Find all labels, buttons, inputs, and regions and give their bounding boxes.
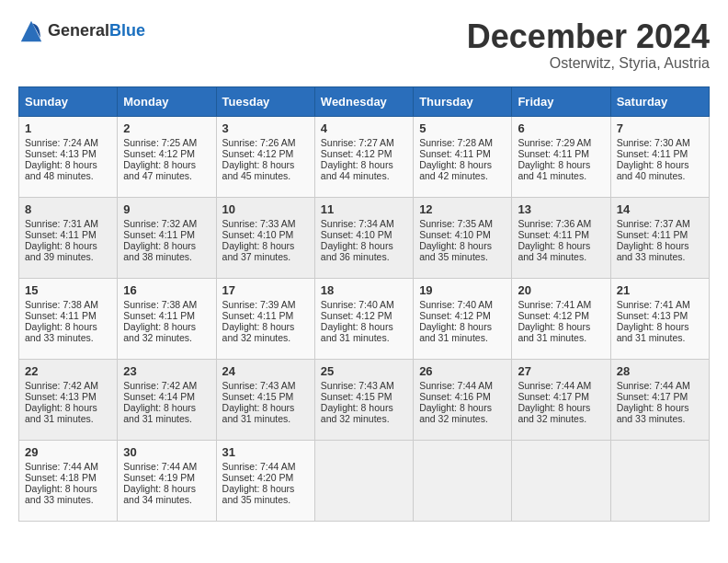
- table-cell: 12Sunrise: 7:35 AMSunset: 4:10 PMDayligh…: [414, 197, 512, 278]
- day-number: 21: [617, 283, 703, 297]
- sunset-text: Sunset: 4:12 PM: [222, 148, 294, 159]
- sunrise-text: Sunrise: 7:31 AM: [25, 218, 98, 229]
- sunrise-text: Sunrise: 7:36 AM: [518, 218, 591, 229]
- sunset-text: Sunset: 4:13 PM: [25, 148, 97, 159]
- sunrise-text: Sunrise: 7:27 AM: [321, 137, 394, 148]
- day-number: 31: [222, 445, 309, 459]
- sunset-text: Sunset: 4:12 PM: [518, 310, 589, 321]
- logo-icon: [18, 18, 44, 44]
- daylight-text: Daylight: 8 hours and 37 minutes.: [222, 240, 295, 262]
- table-cell: 11Sunrise: 7:34 AMSunset: 4:10 PMDayligh…: [314, 197, 413, 278]
- daylight-text: Daylight: 8 hours and 32 minutes.: [419, 402, 492, 424]
- day-number: 14: [617, 202, 703, 216]
- sunset-text: Sunset: 4:11 PM: [25, 229, 97, 240]
- table-cell: 25Sunrise: 7:43 AMSunset: 4:15 PMDayligh…: [314, 359, 413, 440]
- daylight-text: Daylight: 8 hours and 32 minutes.: [321, 402, 393, 424]
- daylight-text: Daylight: 8 hours and 31 minutes.: [222, 402, 295, 424]
- daylight-text: Daylight: 8 hours and 31 minutes.: [25, 402, 97, 424]
- daylight-text: Daylight: 8 hours and 34 minutes.: [123, 483, 196, 505]
- table-cell: 10Sunrise: 7:33 AMSunset: 4:10 PMDayligh…: [216, 197, 314, 278]
- sunrise-text: Sunrise: 7:40 AM: [419, 299, 493, 310]
- sunset-text: Sunset: 4:11 PM: [617, 148, 688, 159]
- table-cell: 6Sunrise: 7:29 AMSunset: 4:11 PMDaylight…: [512, 116, 610, 197]
- table-cell: 3Sunrise: 7:26 AMSunset: 4:12 PMDaylight…: [216, 116, 314, 197]
- daylight-text: Daylight: 8 hours and 33 minutes.: [25, 321, 97, 343]
- day-number: 25: [321, 364, 407, 378]
- daylight-text: Daylight: 8 hours and 47 minutes.: [123, 159, 196, 181]
- table-cell: 2Sunrise: 7:25 AMSunset: 4:12 PMDaylight…: [118, 116, 216, 197]
- sunset-text: Sunset: 4:11 PM: [25, 310, 97, 321]
- table-cell: 8Sunrise: 7:31 AMSunset: 4:11 PMDaylight…: [19, 197, 118, 278]
- calendar-row: 29Sunrise: 7:44 AMSunset: 4:18 PMDayligh…: [19, 440, 710, 521]
- sunrise-text: Sunrise: 7:37 AM: [617, 218, 690, 229]
- sunset-text: Sunset: 4:12 PM: [123, 148, 195, 159]
- calendar-row: 8Sunrise: 7:31 AMSunset: 4:11 PMDaylight…: [19, 197, 710, 278]
- title-block: December 2024 Osterwitz, Styria, Austria: [467, 18, 710, 72]
- sunrise-text: Sunrise: 7:44 AM: [518, 380, 591, 391]
- table-cell: [512, 440, 610, 521]
- header-friday: Friday: [512, 86, 610, 116]
- day-number: 2: [123, 121, 210, 135]
- day-number: 1: [25, 121, 111, 135]
- table-cell: 14Sunrise: 7:37 AMSunset: 4:11 PMDayligh…: [610, 197, 709, 278]
- daylight-text: Daylight: 8 hours and 45 minutes.: [222, 159, 295, 181]
- sunset-text: Sunset: 4:19 PM: [123, 472, 195, 483]
- sunrise-text: Sunrise: 7:33 AM: [222, 218, 296, 229]
- day-number: 11: [321, 202, 407, 216]
- sunset-text: Sunset: 4:10 PM: [321, 229, 392, 240]
- day-number: 3: [222, 121, 309, 135]
- daylight-text: Daylight: 8 hours and 31 minutes.: [617, 321, 689, 343]
- day-number: 16: [123, 283, 210, 297]
- table-cell: 4Sunrise: 7:27 AMSunset: 4:12 PMDaylight…: [314, 116, 413, 197]
- sunset-text: Sunset: 4:13 PM: [25, 391, 97, 402]
- sunset-text: Sunset: 4:18 PM: [25, 472, 97, 483]
- day-number: 4: [321, 121, 407, 135]
- header-saturday: Saturday: [610, 86, 709, 116]
- daylight-text: Daylight: 8 hours and 35 minutes.: [419, 240, 492, 262]
- header-row: Sunday Monday Tuesday Wednesday Thursday…: [19, 86, 710, 116]
- sunrise-text: Sunrise: 7:39 AM: [222, 299, 296, 310]
- daylight-text: Daylight: 8 hours and 48 minutes.: [25, 159, 97, 181]
- daylight-text: Daylight: 8 hours and 33 minutes.: [25, 483, 97, 505]
- header-monday: Monday: [118, 86, 216, 116]
- calendar-row: 15Sunrise: 7:38 AMSunset: 4:11 PMDayligh…: [19, 278, 710, 359]
- sunrise-text: Sunrise: 7:44 AM: [617, 380, 690, 391]
- table-cell: 16Sunrise: 7:38 AMSunset: 4:11 PMDayligh…: [118, 278, 216, 359]
- sunrise-text: Sunrise: 7:43 AM: [222, 380, 296, 391]
- calendar-header: Sunday Monday Tuesday Wednesday Thursday…: [19, 86, 710, 116]
- header-wednesday: Wednesday: [314, 86, 413, 116]
- sunrise-text: Sunrise: 7:24 AM: [25, 137, 98, 148]
- calendar-table: Sunday Monday Tuesday Wednesday Thursday…: [18, 86, 710, 522]
- table-cell: 18Sunrise: 7:40 AMSunset: 4:12 PMDayligh…: [314, 278, 413, 359]
- daylight-text: Daylight: 8 hours and 40 minutes.: [617, 159, 689, 181]
- sunrise-text: Sunrise: 7:43 AM: [321, 380, 394, 391]
- sunset-text: Sunset: 4:16 PM: [419, 391, 491, 402]
- page-header: GeneralBlue December 2024 Osterwitz, Sty…: [18, 18, 710, 72]
- sunrise-text: Sunrise: 7:42 AM: [123, 380, 197, 391]
- sunrise-text: Sunrise: 7:35 AM: [419, 218, 493, 229]
- table-cell: 21Sunrise: 7:41 AMSunset: 4:13 PMDayligh…: [610, 278, 709, 359]
- calendar-row: 1Sunrise: 7:24 AMSunset: 4:13 PMDaylight…: [19, 116, 710, 197]
- table-cell: [610, 440, 709, 521]
- table-cell: 17Sunrise: 7:39 AMSunset: 4:11 PMDayligh…: [216, 278, 314, 359]
- sunrise-text: Sunrise: 7:40 AM: [321, 299, 394, 310]
- daylight-text: Daylight: 8 hours and 32 minutes.: [222, 321, 295, 343]
- header-tuesday: Tuesday: [216, 86, 314, 116]
- daylight-text: Daylight: 8 hours and 42 minutes.: [419, 159, 492, 181]
- day-number: 13: [518, 202, 604, 216]
- logo: GeneralBlue: [18, 18, 145, 44]
- table-cell: 20Sunrise: 7:41 AMSunset: 4:12 PMDayligh…: [512, 278, 610, 359]
- table-cell: 19Sunrise: 7:40 AMSunset: 4:12 PMDayligh…: [414, 278, 512, 359]
- table-cell: 30Sunrise: 7:44 AMSunset: 4:19 PMDayligh…: [118, 440, 216, 521]
- table-cell: 1Sunrise: 7:24 AMSunset: 4:13 PMDaylight…: [19, 116, 118, 197]
- daylight-text: Daylight: 8 hours and 41 minutes.: [518, 159, 590, 181]
- day-number: 24: [222, 364, 309, 378]
- day-number: 27: [518, 364, 604, 378]
- sunset-text: Sunset: 4:20 PM: [222, 472, 294, 483]
- location-subtitle: Osterwitz, Styria, Austria: [467, 55, 710, 72]
- daylight-text: Daylight: 8 hours and 31 minutes.: [419, 321, 492, 343]
- sunrise-text: Sunrise: 7:44 AM: [419, 380, 493, 391]
- table-cell: 23Sunrise: 7:42 AMSunset: 4:14 PMDayligh…: [118, 359, 216, 440]
- logo-text: GeneralBlue: [48, 22, 145, 40]
- sunset-text: Sunset: 4:12 PM: [321, 148, 392, 159]
